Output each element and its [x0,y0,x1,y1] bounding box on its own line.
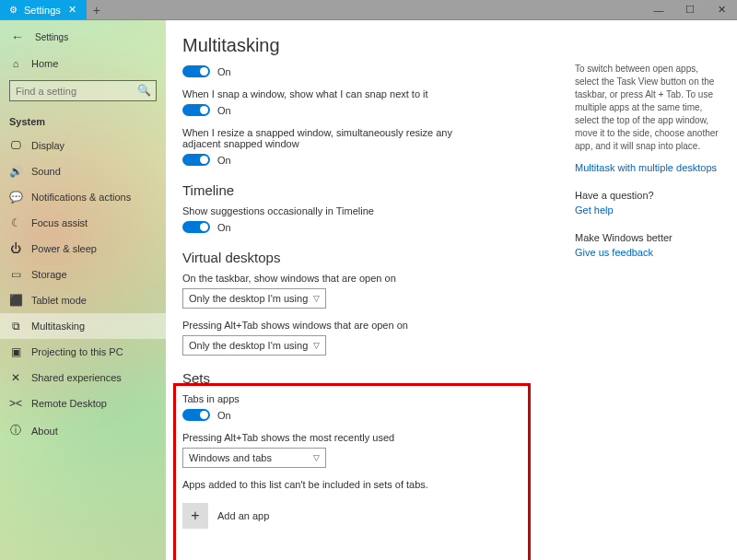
home-icon: ⌂ [9,58,22,69]
nav-icon: 🔊 [9,165,22,178]
nav-icon: ☾ [9,216,22,229]
nav-icon: >< [9,397,22,410]
sidebar-item-notifications-actions[interactable]: 💬Notifications & actions [0,184,166,210]
toggle-timeline[interactable]: On [182,221,231,233]
window-controls: — ☐ ✕ [643,0,737,19]
nav-label: Display [31,140,64,151]
nav-label: Projecting to this PC [31,346,123,357]
vd-taskbar-select[interactable]: Only the desktop I'm using ▽ [182,288,326,309]
multitask-link[interactable]: Multitask with multiple desktops [575,162,724,173]
toggle-snap-next[interactable]: On [182,104,231,116]
sidebar-item-about[interactable]: ⓘAbout [0,416,166,445]
question-head: Have a question? [575,190,724,201]
minimize-button[interactable]: — [643,0,674,19]
sidebar-item-sound[interactable]: 🔊Sound [0,158,166,184]
feedback-link[interactable]: Give us feedback [575,247,724,258]
nav-label: Sound [31,166,61,177]
tab-close-icon[interactable]: ✕ [66,4,79,16]
nav-icon: ✕ [9,371,22,384]
sidebar-section-title: System [0,111,166,133]
timeline-desc: Show suggestions occasionally in Timelin… [182,205,486,216]
sidebar-home[interactable]: ⌂ Home [0,52,166,75]
toggle-snap[interactable]: On [182,65,231,77]
back-button[interactable]: ← [9,29,26,45]
chevron-down-icon: ▽ [313,341,320,350]
timeline-heading: Timeline [182,182,553,198]
chevron-down-icon: ▽ [313,294,320,303]
sidebar-item-tablet-mode[interactable]: ⬛Tablet mode [0,287,166,313]
nav-label: Storage [31,269,67,280]
toggle-sets-tabs[interactable]: On [182,409,231,421]
nav-icon: 🖵 [9,139,22,152]
nav-label: Remote Desktop [31,398,107,409]
snap-next-desc: When I snap a window, show what I can sn… [182,88,486,99]
nav-label: Focus assist [31,217,88,228]
sidebar-item-multitasking[interactable]: ⧉Multitasking [0,313,166,339]
nav-label: About [31,426,58,437]
sidebar-item-display[interactable]: 🖵Display [0,133,166,158]
titlebar: ⚙ Settings ✕ + — ☐ ✕ [0,0,737,20]
plus-icon: + [182,503,208,529]
page-title: Multitasking [182,35,553,56]
vd-alttab-select[interactable]: Only the desktop I'm using ▽ [182,335,326,356]
toggle-snap-resize[interactable]: On [182,154,231,166]
new-tab-button[interactable]: + [87,0,107,19]
nav-label: Multitasking [31,321,85,332]
sidebar-item-storage[interactable]: ▭Storage [0,262,166,287]
sidebar-item-projecting-to-this-pc[interactable]: ▣Projecting to this PC [0,339,166,365]
nav-icon: ⧉ [9,320,22,332]
nav-label: Notifications & actions [31,192,131,203]
nav-label: Shared experiences [31,372,122,383]
close-button[interactable]: ✕ [706,0,737,19]
get-help-link[interactable]: Get help [575,204,724,216]
sidebar-title: Settings [35,32,68,42]
aside: To switch between open apps, select the … [571,20,737,560]
vd-taskbar-desc: On the taskbar, show windows that are op… [182,273,486,284]
search-input[interactable] [9,80,157,101]
tab-settings[interactable]: ⚙ Settings ✕ [0,0,87,19]
nav-label: Power & sleep [31,243,97,254]
sets-heading: Sets [182,370,553,386]
sidebar-item-shared-experiences[interactable]: ✕Shared experiences [0,365,166,391]
sets-alttab-select[interactable]: Windows and tabs ▽ [182,448,326,468]
sets-alttab-desc: Pressing Alt+Tab shows the most recently… [182,432,486,443]
nav-icon: 💬 [9,191,22,204]
snap-resize-desc: When I resize a snapped window, simultan… [182,127,486,149]
nav-icon: ▣ [9,345,22,358]
sets-tabs-desc: Tabs in apps [182,393,486,404]
sidebar-item-focus-assist[interactable]: ☾Focus assist [0,210,166,236]
nav-icon: ⬛ [9,294,22,307]
maximize-button[interactable]: ☐ [674,0,706,19]
vd-heading: Virtual desktops [182,250,553,265]
nav-icon: ⓘ [9,423,22,438]
add-app-label: Add an app [217,510,269,521]
nav-icon: ▭ [9,268,22,281]
gear-icon: ⚙ [7,5,18,16]
tab-label: Settings [24,5,61,16]
better-head: Make Windows better [575,232,724,243]
sets-note: Apps added to this list can't be include… [182,479,553,490]
nav-icon: ⏻ [9,242,22,255]
chevron-down-icon: ▽ [313,453,320,462]
nav-label: Tablet mode [31,295,87,306]
sidebar-item-remote-desktop[interactable]: ><Remote Desktop [0,391,166,416]
sidebar: ← Settings ⌂ Home 🔍 System 🖵Display🔊Soun… [0,20,166,560]
sidebar-item-power-sleep[interactable]: ⏻Power & sleep [0,236,166,262]
add-app-button[interactable]: + Add an app [182,503,553,529]
home-label: Home [31,58,58,69]
aside-tip: To switch between open apps, select the … [575,63,724,153]
vd-alttab-desc: Pressing Alt+Tab shows windows that are … [182,320,486,331]
main-content: Multitasking On When I snap a window, sh… [166,20,571,560]
